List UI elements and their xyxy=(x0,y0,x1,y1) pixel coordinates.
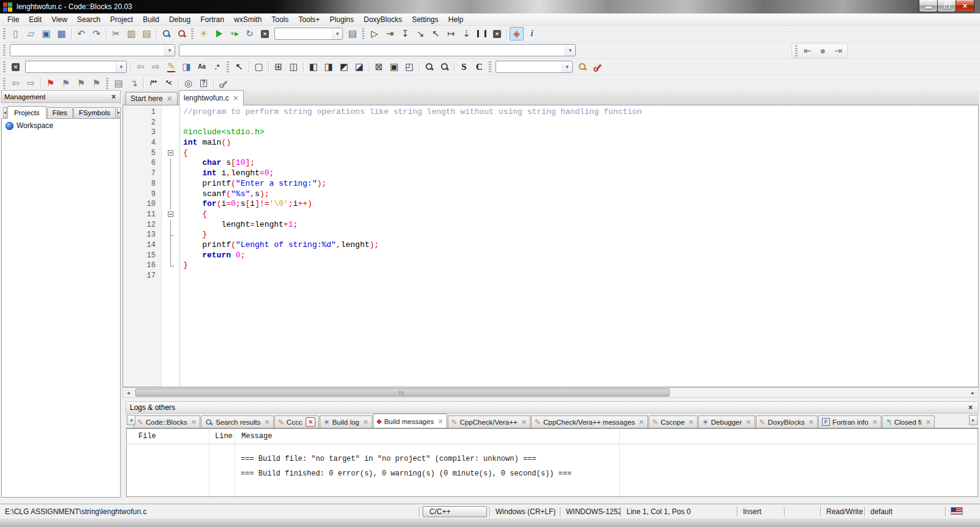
logs-tab-fortran-info[interactable]: FFortran info× xyxy=(818,415,881,428)
tab-fsymbols[interactable]: FSymbols xyxy=(74,107,116,118)
close-tab-icon[interactable]: × xyxy=(437,417,443,425)
doxyblocks-extract-current-button[interactable]: ↴ xyxy=(127,77,141,90)
next-line-button[interactable]: ↧ xyxy=(398,27,412,40)
menu-debug[interactable]: Debug xyxy=(164,14,195,25)
close-tab-icon[interactable]: × xyxy=(688,418,694,426)
tree-item-workspace[interactable]: Workspace xyxy=(2,119,120,132)
tab-projects[interactable]: Projects xyxy=(7,106,47,119)
build-message-row[interactable]: === Build file: "no target" in "no proje… xyxy=(127,452,978,466)
symbols-search-combo[interactable]: ▾ xyxy=(496,61,573,73)
wxsmith-panel-button[interactable]: ◧ xyxy=(306,60,320,74)
logs-tab-build-log[interactable]: ☀Build log× xyxy=(320,415,372,428)
logs-tab-build-messages[interactable]: ◆Build messages× xyxy=(373,414,447,428)
prev-bookmark-button[interactable]: ⚑ xyxy=(59,77,73,90)
jump-marker-button[interactable]: ● xyxy=(816,44,830,58)
regex-button[interactable]: .* xyxy=(210,60,224,74)
incremental-search-prev-button[interactable]: ⇦ xyxy=(134,60,148,74)
wxsmith-show-containers-button[interactable]: C xyxy=(472,60,486,74)
jump-back-button[interactable]: ⇤ xyxy=(801,44,815,58)
close-tab-icon[interactable]: × xyxy=(191,418,197,426)
wxsmith-book-button[interactable]: ◩ xyxy=(337,60,351,74)
menu-help[interactable]: Help xyxy=(443,14,469,25)
code-editor[interactable]: 1//program to perform string operations … xyxy=(123,105,979,387)
debug-continue-button[interactable]: ▷ xyxy=(368,27,382,40)
doxyblocks-settings-button[interactable] xyxy=(216,77,230,90)
menu-search[interactable]: Search xyxy=(72,14,105,25)
logs-tabs-scroll-right-button[interactable]: ▸ xyxy=(969,415,978,425)
clear-bookmarks-button[interactable]: ⚑ xyxy=(89,77,104,90)
goto-symbol-button[interactable] xyxy=(575,60,589,74)
editor-tab-start-here[interactable]: Start here× xyxy=(126,92,178,105)
code-completion-scope-combo[interactable]: ▾ xyxy=(179,44,576,56)
logs-tab-code-blocks[interactable]: ✎Code::Blocks× xyxy=(134,415,200,428)
logs-close-icon[interactable]: × xyxy=(967,403,974,412)
wxsmith-dialog-button[interactable]: ⊠ xyxy=(372,60,386,74)
scroll-left-arrow-icon[interactable]: ◂ xyxy=(123,388,134,397)
tab-files[interactable]: Files xyxy=(47,107,73,118)
cut-button[interactable]: ✂ xyxy=(109,27,123,40)
various-info-button[interactable]: i xyxy=(525,27,539,40)
rebuild-button[interactable]: ↻ xyxy=(243,27,257,40)
replace-button[interactable] xyxy=(175,27,189,40)
wxsmith-zoom-in-button[interactable] xyxy=(422,60,436,74)
build-message-row[interactable]: === Build finished: 0 error(s), 0 warnin… xyxy=(127,466,978,481)
wxsmith-notebook-button[interactable]: ◨ xyxy=(322,60,336,74)
next-instruction-button[interactable]: ↦ xyxy=(444,27,458,40)
redo-button[interactable]: ↷ xyxy=(89,27,104,40)
menu-wxsmith[interactable]: wxSmith xyxy=(229,14,266,25)
highlight-occurrences-button[interactable]: ✎ xyxy=(164,60,178,74)
open-file-button[interactable]: ▱ xyxy=(24,27,38,40)
find-button[interactable] xyxy=(159,27,173,40)
logs-tab-doxyblocks[interactable]: ✎DoxyBlocks× xyxy=(756,415,818,428)
close-tab-icon[interactable]: × xyxy=(521,418,527,426)
jump-forward-button[interactable]: ⇥ xyxy=(831,44,845,58)
incremental-search-combo[interactable]: ▾ xyxy=(25,61,127,73)
incremental-search-clear-button[interactable]: × xyxy=(9,60,23,74)
debug-stop-button[interactable]: × xyxy=(490,27,504,40)
close-tab-icon[interactable]: × xyxy=(233,94,239,102)
management-close-icon[interactable]: × xyxy=(110,93,118,101)
save-button[interactable]: ▣ xyxy=(39,27,53,40)
wxsmith-settings-button[interactable] xyxy=(590,60,605,74)
menu-plugins[interactable]: Plugins xyxy=(325,14,358,25)
browse-back-button[interactable]: ⇦ xyxy=(9,77,23,90)
wxsmith-pointer-button[interactable]: ↖ xyxy=(232,60,246,74)
abort-build-button[interactable]: × xyxy=(258,27,272,40)
step-into-instruction-button[interactable]: ⇣ xyxy=(459,27,473,40)
toolbar-grip[interactable] xyxy=(3,61,6,72)
toolbar-grip[interactable] xyxy=(795,45,797,56)
menu-project[interactable]: Project xyxy=(105,14,138,25)
logs-tab-cppcheck-vera[interactable]: ✎CppCheck/Vera++× xyxy=(448,415,530,428)
menu-file[interactable]: File xyxy=(2,14,24,25)
logs-tab-cccc[interactable]: ✎Cccc× xyxy=(274,415,319,428)
incremental-search-next-button[interactable]: ⇨ xyxy=(149,60,163,74)
doxyblocks-block-comment-button[interactable]: /** xyxy=(146,77,160,90)
logs-tab-cppcheck-vera-messages[interactable]: ✎CppCheck/Vera++ messages× xyxy=(531,415,648,428)
doxyblocks-extract-all-button[interactable]: ▤ xyxy=(111,77,126,90)
debug-pause-button[interactable] xyxy=(475,27,489,40)
copy-button[interactable]: ▥ xyxy=(124,27,138,40)
build-button[interactable]: ☀ xyxy=(197,27,211,40)
toolbar-grip[interactable] xyxy=(362,28,364,39)
wxsmith-scrolled-window-button[interactable]: ◪ xyxy=(352,60,366,74)
status-language[interactable]: C/C++ xyxy=(423,506,487,517)
step-out-button[interactable]: ↖ xyxy=(429,27,443,40)
wxsmith-spacer-button[interactable]: ▢ xyxy=(252,60,266,74)
close-tab-icon[interactable]: × xyxy=(925,418,931,426)
step-into-button[interactable]: ↘ xyxy=(413,27,428,40)
next-bookmark-button[interactable]: ⚑ xyxy=(74,77,88,90)
close-tab-icon[interactable]: × xyxy=(306,417,315,427)
menu-view[interactable]: View xyxy=(47,14,72,25)
compiler-field-left-combo[interactable]: ▾ xyxy=(10,44,175,56)
toolbar-grip[interactable] xyxy=(106,78,108,89)
menu-edit[interactable]: Edit xyxy=(24,14,47,25)
editor-tab-lenghtwofun-c[interactable]: lenghtwofun.c× xyxy=(179,90,244,105)
restore-button[interactable] xyxy=(937,0,956,12)
menu-doxyblocks[interactable]: DoxyBlocks xyxy=(359,14,407,25)
build-and-run-button[interactable]: ☀▶ xyxy=(227,27,241,40)
run-to-cursor-button[interactable]: ⇥ xyxy=(383,27,397,40)
toggle-bookmark-button[interactable]: ⚑ xyxy=(43,77,58,90)
close-tab-icon[interactable]: × xyxy=(265,418,270,426)
logs-tabs-scroll-left-button[interactable]: ◂ xyxy=(127,415,135,425)
menu-build[interactable]: Build xyxy=(138,14,164,25)
